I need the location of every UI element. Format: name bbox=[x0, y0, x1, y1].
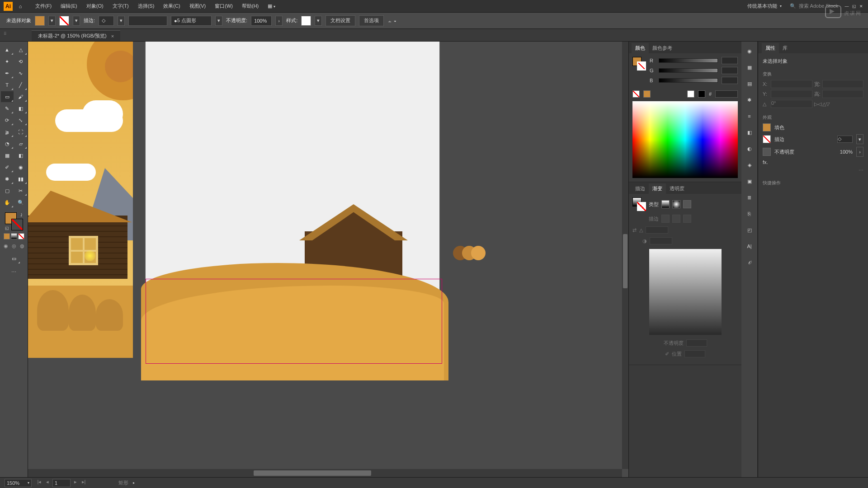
r-slider[interactable] bbox=[659, 58, 718, 63]
eraser-tool-icon[interactable]: ◧ bbox=[14, 103, 27, 114]
artboard-tool-icon[interactable]: ▢ bbox=[1, 185, 14, 196]
lasso-tool-icon[interactable]: ⟲ bbox=[14, 56, 27, 67]
opacity-input[interactable]: 100% bbox=[251, 16, 272, 26]
stroke-swatch[interactable] bbox=[59, 16, 69, 26]
mesh-tool-icon[interactable]: ▦ bbox=[1, 150, 14, 161]
dock-gradient-icon[interactable]: ◧ bbox=[745, 127, 755, 137]
draw-normal-icon[interactable]: ◉ bbox=[2, 242, 9, 249]
flip-h-icon[interactable]: ▷◁ bbox=[814, 101, 821, 107]
first-artboard-icon[interactable]: |◂ bbox=[36, 479, 42, 485]
appear-fill-swatch[interactable] bbox=[763, 123, 771, 131]
zoom-tool-icon[interactable]: 🔍 bbox=[14, 197, 27, 208]
stroke-weight-input[interactable]: ◇ bbox=[99, 16, 114, 26]
tab-transparency[interactable]: 透明度 bbox=[666, 183, 688, 194]
zoom-level[interactable]: 150% ▾ bbox=[5, 479, 32, 487]
pen-tool-icon[interactable]: ✒ bbox=[1, 68, 14, 79]
type-tool-icon[interactable]: T bbox=[1, 80, 14, 90]
window-close-icon[interactable]: ✕ bbox=[858, 3, 864, 9]
transform-angle[interactable]: 0° bbox=[771, 100, 812, 108]
appearance-more-icon[interactable]: ⋯ bbox=[763, 168, 863, 174]
direct-selection-tool-icon[interactable]: △ bbox=[14, 44, 27, 55]
horizontal-scrollbar[interactable] bbox=[28, 469, 622, 477]
flip-v-icon[interactable]: △▽ bbox=[822, 101, 829, 107]
rotate-tool-icon[interactable]: ⟳ bbox=[1, 115, 14, 126]
last-artboard-icon[interactable]: ▸| bbox=[80, 479, 87, 485]
appear-opacity-swatch[interactable] bbox=[763, 148, 771, 156]
style-swatch[interactable] bbox=[301, 16, 311, 26]
column-graph-tool-icon[interactable]: ▮▮ bbox=[14, 174, 27, 184]
g-value[interactable] bbox=[722, 67, 738, 74]
linear-gradient-icon[interactable] bbox=[661, 200, 670, 208]
dock-asset-export-icon[interactable]: ⎘ bbox=[745, 209, 755, 219]
appear-stroke-weight[interactable]: ◇ bbox=[837, 136, 853, 143]
workspace-switcher[interactable]: 传统基本功能▾ bbox=[744, 1, 785, 11]
stroke-along-icon[interactable] bbox=[672, 215, 680, 223]
menu-window[interactable]: 窗口(W) bbox=[210, 1, 237, 11]
next-artboard-icon[interactable]: ▸ bbox=[72, 479, 79, 485]
appear-stroke-swatch[interactable] bbox=[763, 135, 771, 143]
dock-artboards-icon[interactable]: ◰ bbox=[745, 225, 755, 235]
gradient-tool-icon[interactable]: ◧ bbox=[14, 150, 27, 161]
tab-libraries[interactable]: 库 bbox=[779, 43, 791, 53]
color-mode-icon[interactable] bbox=[4, 233, 10, 239]
radial-gradient-icon[interactable] bbox=[672, 200, 680, 208]
width-tool-icon[interactable]: ⫺ bbox=[1, 127, 14, 137]
curvature-tool-icon[interactable]: ∿ bbox=[14, 68, 27, 79]
appear-opacity-value[interactable]: 100% bbox=[840, 149, 853, 155]
selection-tool-icon[interactable]: ▲ bbox=[1, 44, 14, 55]
default-fill-stroke-icon[interactable]: ◱ bbox=[5, 226, 9, 230]
dock-stroke-icon[interactable]: ≡ bbox=[745, 111, 755, 121]
menu-view[interactable]: 视图(V) bbox=[185, 1, 211, 11]
free-transform-tool-icon[interactable]: ⛶ bbox=[14, 127, 27, 137]
tab-gradient[interactable]: 渐变 bbox=[649, 183, 666, 194]
dock-layers-icon[interactable]: ≣ bbox=[745, 192, 755, 202]
transform-x[interactable] bbox=[771, 80, 812, 88]
preferences-button[interactable]: 首选项 bbox=[359, 15, 384, 26]
menu-select[interactable]: 选择(S) bbox=[133, 1, 159, 11]
fill-stroke-control[interactable]: ⤸ ◱ bbox=[5, 212, 23, 230]
artboard-number[interactable]: 1 bbox=[52, 479, 71, 487]
menu-help[interactable]: 帮助(H) bbox=[237, 1, 263, 11]
fx-label[interactable]: fx. bbox=[763, 160, 768, 165]
stroke-across-icon[interactable] bbox=[683, 215, 691, 223]
scale-tool-icon[interactable]: ⤡ bbox=[14, 115, 27, 126]
none-mode-icon[interactable] bbox=[18, 233, 24, 239]
rectangle-tool-icon[interactable]: ▭ bbox=[1, 91, 14, 102]
stroke-weight-dd[interactable]: ▾ bbox=[118, 16, 125, 26]
align-icon[interactable]: ⫠ ▾ bbox=[387, 18, 396, 23]
prev-artboard-icon[interactable]: ◂ bbox=[44, 479, 51, 485]
tab-properties[interactable]: 属性 bbox=[762, 43, 779, 53]
dock-appearance-icon[interactable]: ◈ bbox=[745, 160, 755, 170]
stroke-profile[interactable]: ● 5 点圆形 bbox=[171, 16, 212, 26]
menu-effect[interactable]: 效果(C) bbox=[159, 1, 184, 11]
dock-character-icon[interactable]: A| bbox=[745, 241, 755, 251]
b-value[interactable] bbox=[722, 77, 738, 84]
draw-behind-icon[interactable]: ◎ bbox=[10, 242, 18, 249]
b-slider[interactable] bbox=[659, 78, 718, 83]
perspective-tool-icon[interactable]: ▱ bbox=[14, 138, 27, 149]
color-spectrum[interactable] bbox=[632, 101, 738, 178]
gradient-preview[interactable] bbox=[649, 249, 722, 335]
symbol-sprayer-tool-icon[interactable]: ✱ bbox=[1, 174, 14, 184]
dock-color-icon[interactable]: ◉ bbox=[745, 46, 755, 56]
black-swatch[interactable] bbox=[698, 90, 705, 98]
home-icon[interactable]: ⌂ bbox=[16, 2, 24, 10]
freeform-gradient-icon[interactable] bbox=[683, 200, 691, 208]
draw-inside-icon[interactable]: ◍ bbox=[19, 242, 26, 249]
document-tab[interactable]: 未标题-2* @ 150% (RGB/预览) × bbox=[32, 30, 120, 41]
none-swatch-icon[interactable] bbox=[632, 90, 640, 98]
hex-input[interactable] bbox=[715, 90, 738, 98]
menu-edit[interactable]: 编辑(E) bbox=[56, 1, 82, 11]
tab-color[interactable]: 颜色 bbox=[632, 43, 649, 53]
menu-type[interactable]: 文字(T) bbox=[108, 1, 133, 11]
dock-transparency-icon[interactable]: ◐ bbox=[745, 144, 755, 154]
close-tab-icon[interactable]: × bbox=[111, 33, 114, 39]
tab-color-guide[interactable]: 颜色参考 bbox=[649, 43, 676, 53]
gradient-eyedropper-icon[interactable]: ✐ bbox=[665, 351, 669, 357]
g-slider[interactable] bbox=[659, 68, 718, 73]
menu-file[interactable]: 文件(F) bbox=[31, 1, 56, 11]
hand-tool-icon[interactable]: ✋ bbox=[1, 197, 14, 208]
menu-object[interactable]: 对象(O) bbox=[82, 1, 108, 11]
magic-wand-tool-icon[interactable]: ✦ bbox=[1, 56, 14, 67]
gradient-mode-icon[interactable] bbox=[11, 233, 17, 239]
